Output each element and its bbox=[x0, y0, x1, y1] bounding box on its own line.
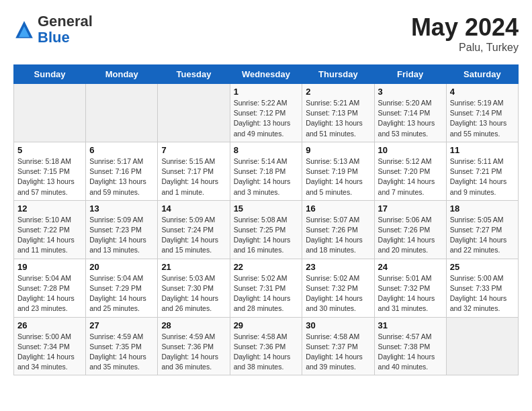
logo-icon bbox=[13, 19, 35, 40]
day-number: 12 bbox=[17, 203, 82, 214]
day-number: 4 bbox=[450, 87, 515, 97]
day-number: 7 bbox=[161, 145, 226, 155]
day-cell: 25Sunrise: 5:00 AMSunset: 7:33 PMDayligh… bbox=[446, 259, 518, 317]
weekday-header-wednesday: Wednesday bbox=[230, 65, 302, 84]
day-cell: 29Sunrise: 4:58 AMSunset: 7:36 PMDayligh… bbox=[230, 317, 302, 375]
day-number: 19 bbox=[17, 262, 82, 272]
day-info: Sunrise: 5:14 AMSunset: 7:18 PMDaylight:… bbox=[234, 156, 299, 197]
day-number: 2 bbox=[306, 87, 370, 97]
day-cell: 8Sunrise: 5:14 AMSunset: 7:18 PMDaylight… bbox=[230, 142, 302, 200]
day-info: Sunrise: 5:21 AMSunset: 7:13 PMDaylight:… bbox=[306, 98, 370, 139]
day-info: Sunrise: 5:22 AMSunset: 7:12 PMDaylight:… bbox=[234, 98, 299, 139]
day-cell: 27Sunrise: 4:59 AMSunset: 7:35 PMDayligh… bbox=[86, 317, 158, 375]
day-number: 27 bbox=[89, 320, 154, 330]
day-cell: 30Sunrise: 4:58 AMSunset: 7:37 PMDayligh… bbox=[302, 317, 374, 375]
day-cell: 16Sunrise: 5:07 AMSunset: 7:26 PMDayligh… bbox=[302, 200, 374, 259]
day-info: Sunrise: 5:04 AMSunset: 7:28 PMDaylight:… bbox=[17, 273, 82, 314]
weekday-header-saturday: Saturday bbox=[446, 65, 518, 84]
day-number: 6 bbox=[89, 145, 154, 155]
title-block: May 2024 Palu, Turkey bbox=[411, 13, 519, 54]
week-row-3: 12Sunrise: 5:10 AMSunset: 7:22 PMDayligh… bbox=[14, 200, 519, 259]
day-cell: 21Sunrise: 5:03 AMSunset: 7:30 PMDayligh… bbox=[158, 259, 230, 317]
day-info: Sunrise: 5:02 AMSunset: 7:32 PMDaylight:… bbox=[306, 273, 370, 314]
day-number: 21 bbox=[161, 262, 226, 272]
week-row-2: 5Sunrise: 5:18 AMSunset: 7:15 PMDaylight… bbox=[14, 142, 519, 200]
weekday-header-friday: Friday bbox=[374, 65, 446, 84]
day-cell: 31Sunrise: 4:57 AMSunset: 7:38 PMDayligh… bbox=[374, 317, 446, 375]
day-number: 18 bbox=[450, 203, 515, 214]
day-info: Sunrise: 5:05 AMSunset: 7:27 PMDaylight:… bbox=[450, 215, 515, 256]
day-number: 10 bbox=[378, 145, 443, 155]
day-number: 26 bbox=[17, 320, 82, 330]
day-cell: 20Sunrise: 5:04 AMSunset: 7:29 PMDayligh… bbox=[86, 259, 158, 317]
day-cell: 6Sunrise: 5:17 AMSunset: 7:16 PMDaylight… bbox=[86, 142, 158, 200]
day-info: Sunrise: 5:02 AMSunset: 7:31 PMDaylight:… bbox=[234, 273, 299, 314]
day-number: 20 bbox=[89, 262, 154, 272]
day-info: Sunrise: 5:04 AMSunset: 7:29 PMDaylight:… bbox=[89, 273, 154, 314]
day-number: 5 bbox=[17, 145, 82, 155]
page-header: General Blue May 2024 Palu, Turkey bbox=[13, 13, 519, 54]
day-cell: 13Sunrise: 5:09 AMSunset: 7:23 PMDayligh… bbox=[86, 200, 158, 259]
day-info: Sunrise: 4:59 AMSunset: 7:35 PMDaylight:… bbox=[89, 332, 154, 373]
day-cell: 17Sunrise: 5:06 AMSunset: 7:26 PMDayligh… bbox=[374, 200, 446, 259]
day-number: 25 bbox=[450, 262, 515, 272]
day-number: 8 bbox=[234, 145, 299, 155]
weekday-header-sunday: Sunday bbox=[14, 65, 86, 84]
day-cell: 15Sunrise: 5:08 AMSunset: 7:25 PMDayligh… bbox=[230, 200, 302, 259]
weekday-header-thursday: Thursday bbox=[302, 65, 374, 84]
day-number: 13 bbox=[89, 203, 154, 214]
day-number: 17 bbox=[378, 203, 443, 214]
day-info: Sunrise: 5:18 AMSunset: 7:15 PMDaylight:… bbox=[17, 156, 82, 197]
day-cell: 4Sunrise: 5:19 AMSunset: 7:14 PMDaylight… bbox=[446, 84, 518, 142]
day-number: 24 bbox=[378, 262, 443, 272]
day-number: 30 bbox=[306, 320, 370, 330]
day-info: Sunrise: 5:08 AMSunset: 7:25 PMDaylight:… bbox=[234, 215, 299, 256]
day-info: Sunrise: 5:01 AMSunset: 7:32 PMDaylight:… bbox=[378, 273, 443, 314]
day-cell: 3Sunrise: 5:20 AMSunset: 7:14 PMDaylight… bbox=[374, 84, 446, 142]
day-cell: 5Sunrise: 5:18 AMSunset: 7:15 PMDaylight… bbox=[14, 142, 86, 200]
day-number: 9 bbox=[306, 145, 370, 155]
day-number: 28 bbox=[161, 320, 226, 330]
day-info: Sunrise: 4:58 AMSunset: 7:36 PMDaylight:… bbox=[234, 332, 299, 373]
day-info: Sunrise: 5:19 AMSunset: 7:14 PMDaylight:… bbox=[450, 98, 515, 139]
day-info: Sunrise: 5:06 AMSunset: 7:26 PMDaylight:… bbox=[378, 215, 443, 256]
day-cell: 10Sunrise: 5:12 AMSunset: 7:20 PMDayligh… bbox=[374, 142, 446, 200]
day-number: 31 bbox=[378, 320, 443, 330]
day-info: Sunrise: 5:09 AMSunset: 7:24 PMDaylight:… bbox=[161, 215, 226, 256]
day-number: 11 bbox=[450, 145, 515, 155]
day-number: 22 bbox=[234, 262, 299, 272]
day-cell: 2Sunrise: 5:21 AMSunset: 7:13 PMDaylight… bbox=[302, 84, 374, 142]
day-info: Sunrise: 5:00 AMSunset: 7:33 PMDaylight:… bbox=[450, 273, 515, 314]
day-cell: 22Sunrise: 5:02 AMSunset: 7:31 PMDayligh… bbox=[230, 259, 302, 317]
calendar-table: SundayMondayTuesdayWednesdayThursdayFrid… bbox=[13, 64, 519, 375]
day-number: 15 bbox=[234, 203, 299, 214]
day-number: 23 bbox=[306, 262, 370, 272]
day-cell bbox=[86, 84, 158, 142]
day-info: Sunrise: 5:12 AMSunset: 7:20 PMDaylight:… bbox=[378, 156, 443, 197]
month-title: May 2024 bbox=[411, 13, 519, 42]
location: Palu, Turkey bbox=[411, 42, 519, 54]
day-cell bbox=[158, 84, 230, 142]
day-info: Sunrise: 5:17 AMSunset: 7:16 PMDaylight:… bbox=[89, 156, 154, 197]
day-info: Sunrise: 5:00 AMSunset: 7:34 PMDaylight:… bbox=[17, 332, 82, 373]
day-cell: 12Sunrise: 5:10 AMSunset: 7:22 PMDayligh… bbox=[14, 200, 86, 259]
day-info: Sunrise: 5:07 AMSunset: 7:26 PMDaylight:… bbox=[306, 215, 370, 256]
day-cell: 7Sunrise: 5:15 AMSunset: 7:17 PMDaylight… bbox=[158, 142, 230, 200]
day-info: Sunrise: 5:11 AMSunset: 7:21 PMDaylight:… bbox=[450, 156, 515, 197]
day-info: Sunrise: 4:57 AMSunset: 7:38 PMDaylight:… bbox=[378, 332, 443, 373]
day-cell: 1Sunrise: 5:22 AMSunset: 7:12 PMDaylight… bbox=[230, 84, 302, 142]
day-cell bbox=[14, 84, 86, 142]
day-cell bbox=[446, 317, 518, 375]
logo-blue-text: Blue bbox=[38, 29, 70, 46]
day-cell: 9Sunrise: 5:13 AMSunset: 7:19 PMDaylight… bbox=[302, 142, 374, 200]
day-info: Sunrise: 4:58 AMSunset: 7:37 PMDaylight:… bbox=[306, 332, 370, 373]
day-info: Sunrise: 4:59 AMSunset: 7:36 PMDaylight:… bbox=[161, 332, 226, 373]
week-row-1: 1Sunrise: 5:22 AMSunset: 7:12 PMDaylight… bbox=[14, 84, 519, 142]
day-number: 14 bbox=[161, 203, 226, 214]
weekday-header-row: SundayMondayTuesdayWednesdayThursdayFrid… bbox=[14, 65, 519, 84]
weekday-header-tuesday: Tuesday bbox=[158, 65, 230, 84]
day-cell: 26Sunrise: 5:00 AMSunset: 7:34 PMDayligh… bbox=[14, 317, 86, 375]
day-number: 29 bbox=[234, 320, 299, 330]
day-cell: 24Sunrise: 5:01 AMSunset: 7:32 PMDayligh… bbox=[374, 259, 446, 317]
day-info: Sunrise: 5:15 AMSunset: 7:17 PMDaylight:… bbox=[161, 156, 226, 197]
